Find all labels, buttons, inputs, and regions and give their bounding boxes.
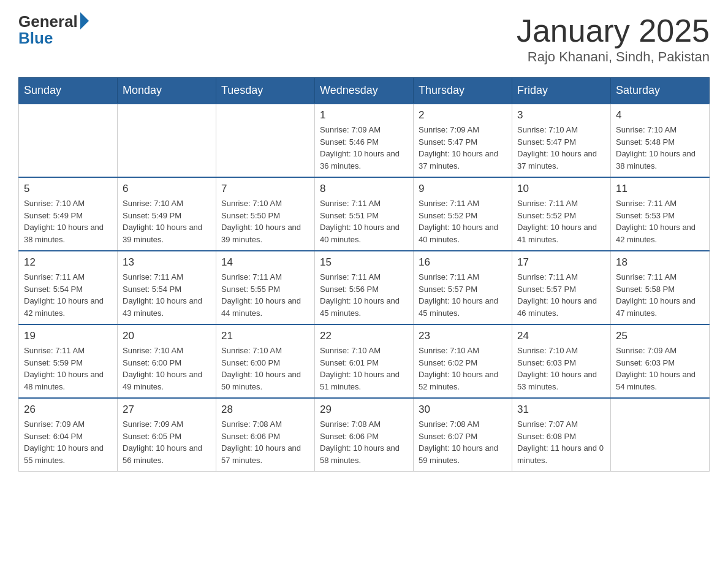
calendar-cell [118,104,216,177]
day-number: 6 [123,183,211,195]
day-number: 23 [419,330,507,342]
day-number: 14 [221,256,309,269]
week-row-5: 26Sunrise: 7:09 AM Sunset: 6:04 PM Dayli… [19,398,710,472]
day-number: 9 [419,183,507,195]
calendar-cell: 31Sunrise: 7:07 AM Sunset: 6:08 PM Dayli… [512,398,611,472]
day-info: Sunrise: 7:11 AM Sunset: 5:56 PM Dayligh… [320,271,408,319]
calendar-cell: 17Sunrise: 7:11 AM Sunset: 5:57 PM Dayli… [512,251,611,324]
weekday-header-tuesday: Tuesday [216,78,315,104]
calendar-cell: 15Sunrise: 7:11 AM Sunset: 5:56 PM Dayli… [315,251,414,324]
logo-triangle-icon [80,12,89,29]
calendar-cell: 2Sunrise: 7:09 AM Sunset: 5:47 PM Daylig… [414,104,512,177]
day-info: Sunrise: 7:10 AM Sunset: 6:01 PM Dayligh… [320,345,408,393]
day-info: Sunrise: 7:11 AM Sunset: 5:52 PM Dayligh… [517,197,605,245]
title-section: January 2025 Rajo Khanani, Sindh, Pakist… [517,12,710,65]
day-number: 17 [517,256,605,269]
calendar-cell: 19Sunrise: 7:11 AM Sunset: 5:59 PM Dayli… [19,324,118,398]
day-info: Sunrise: 7:10 AM Sunset: 5:48 PM Dayligh… [616,124,704,172]
day-info: Sunrise: 7:09 AM Sunset: 6:05 PM Dayligh… [123,418,211,466]
day-info: Sunrise: 7:09 AM Sunset: 6:03 PM Dayligh… [616,345,704,393]
day-number: 5 [24,183,112,195]
day-info: Sunrise: 7:10 AM Sunset: 5:49 PM Dayligh… [24,197,112,245]
calendar-header: SundayMondayTuesdayWednesdayThursdayFrid… [19,78,710,104]
weekday-header-thursday: Thursday [414,78,512,104]
logo-blue-text: Blue [18,29,53,48]
day-number: 29 [320,404,408,416]
calendar-cell: 29Sunrise: 7:08 AM Sunset: 6:06 PM Dayli… [315,398,414,472]
day-info: Sunrise: 7:11 AM Sunset: 5:52 PM Dayligh… [419,197,507,245]
calendar-cell: 24Sunrise: 7:10 AM Sunset: 6:03 PM Dayli… [512,324,611,398]
calendar-cell: 1Sunrise: 7:09 AM Sunset: 5:46 PM Daylig… [315,104,414,177]
day-number: 28 [221,404,309,416]
calendar-cell: 14Sunrise: 7:11 AM Sunset: 5:55 PM Dayli… [216,251,315,324]
calendar-cell: 26Sunrise: 7:09 AM Sunset: 6:04 PM Dayli… [19,398,118,472]
calendar-cell: 23Sunrise: 7:10 AM Sunset: 6:02 PM Dayli… [414,324,512,398]
day-info: Sunrise: 7:11 AM Sunset: 5:54 PM Dayligh… [123,271,211,319]
day-info: Sunrise: 7:11 AM Sunset: 5:54 PM Dayligh… [24,271,112,319]
calendar-cell: 9Sunrise: 7:11 AM Sunset: 5:52 PM Daylig… [414,177,512,251]
calendar-cell: 20Sunrise: 7:10 AM Sunset: 6:00 PM Dayli… [118,324,216,398]
weekday-header-friday: Friday [512,78,611,104]
day-info: Sunrise: 7:10 AM Sunset: 5:49 PM Dayligh… [123,197,211,245]
day-info: Sunrise: 7:08 AM Sunset: 6:07 PM Dayligh… [419,418,507,466]
day-number: 24 [517,330,605,342]
day-number: 26 [24,404,112,416]
day-number: 20 [123,330,211,342]
day-info: Sunrise: 7:11 AM Sunset: 5:55 PM Dayligh… [221,271,309,319]
day-number: 1 [320,109,408,121]
day-number: 10 [517,183,605,195]
day-info: Sunrise: 7:10 AM Sunset: 5:47 PM Dayligh… [517,124,605,172]
week-row-1: 1Sunrise: 7:09 AM Sunset: 5:46 PM Daylig… [19,104,710,177]
calendar-cell [611,398,710,472]
calendar-cell: 12Sunrise: 7:11 AM Sunset: 5:54 PM Dayli… [19,251,118,324]
calendar-cell: 11Sunrise: 7:11 AM Sunset: 5:53 PM Dayli… [611,177,710,251]
day-info: Sunrise: 7:10 AM Sunset: 5:50 PM Dayligh… [221,197,309,245]
calendar-cell: 25Sunrise: 7:09 AM Sunset: 6:03 PM Dayli… [611,324,710,398]
calendar-cell: 8Sunrise: 7:11 AM Sunset: 5:51 PM Daylig… [315,177,414,251]
page-header: General Blue January 2025 Rajo Khanani, … [18,12,710,65]
weekday-header-monday: Monday [118,78,216,104]
day-number: 15 [320,256,408,269]
calendar-table: SundayMondayTuesdayWednesdayThursdayFrid… [18,77,710,472]
day-info: Sunrise: 7:08 AM Sunset: 6:06 PM Dayligh… [320,418,408,466]
day-number: 8 [320,183,408,195]
location-subtitle: Rajo Khanani, Sindh, Pakistan [517,49,710,65]
day-number: 31 [517,404,605,416]
calendar-cell [19,104,118,177]
day-info: Sunrise: 7:09 AM Sunset: 5:46 PM Dayligh… [320,124,408,172]
calendar-cell: 4Sunrise: 7:10 AM Sunset: 5:48 PM Daylig… [611,104,710,177]
day-info: Sunrise: 7:09 AM Sunset: 6:04 PM Dayligh… [24,418,112,466]
day-number: 12 [24,256,112,269]
day-info: Sunrise: 7:08 AM Sunset: 6:06 PM Dayligh… [221,418,309,466]
day-info: Sunrise: 7:09 AM Sunset: 5:47 PM Dayligh… [419,124,507,172]
day-number: 13 [123,256,211,269]
day-number: 7 [221,183,309,195]
logo: General Blue [18,12,89,48]
day-number: 21 [221,330,309,342]
day-number: 25 [616,330,704,342]
day-info: Sunrise: 7:11 AM Sunset: 5:57 PM Dayligh… [517,271,605,319]
day-info: Sunrise: 7:11 AM Sunset: 5:53 PM Dayligh… [616,197,704,245]
calendar-cell: 30Sunrise: 7:08 AM Sunset: 6:07 PM Dayli… [414,398,512,472]
weekday-header-saturday: Saturday [611,78,710,104]
calendar-cell: 16Sunrise: 7:11 AM Sunset: 5:57 PM Dayli… [414,251,512,324]
day-info: Sunrise: 7:11 AM Sunset: 5:57 PM Dayligh… [419,271,507,319]
calendar-cell: 7Sunrise: 7:10 AM Sunset: 5:50 PM Daylig… [216,177,315,251]
day-number: 18 [616,256,704,269]
day-number: 22 [320,330,408,342]
calendar-cell: 22Sunrise: 7:10 AM Sunset: 6:01 PM Dayli… [315,324,414,398]
calendar-cell: 3Sunrise: 7:10 AM Sunset: 5:47 PM Daylig… [512,104,611,177]
day-info: Sunrise: 7:11 AM Sunset: 5:51 PM Dayligh… [320,197,408,245]
day-info: Sunrise: 7:11 AM Sunset: 5:58 PM Dayligh… [616,271,704,319]
day-info: Sunrise: 7:10 AM Sunset: 6:00 PM Dayligh… [221,345,309,393]
day-number: 11 [616,183,704,195]
day-number: 30 [419,404,507,416]
day-number: 27 [123,404,211,416]
calendar-cell: 21Sunrise: 7:10 AM Sunset: 6:00 PM Dayli… [216,324,315,398]
day-number: 4 [616,109,704,121]
weekday-header-sunday: Sunday [19,78,118,104]
day-info: Sunrise: 7:10 AM Sunset: 6:00 PM Dayligh… [123,345,211,393]
calendar-cell: 28Sunrise: 7:08 AM Sunset: 6:06 PM Dayli… [216,398,315,472]
day-number: 3 [517,109,605,121]
calendar-cell [216,104,315,177]
